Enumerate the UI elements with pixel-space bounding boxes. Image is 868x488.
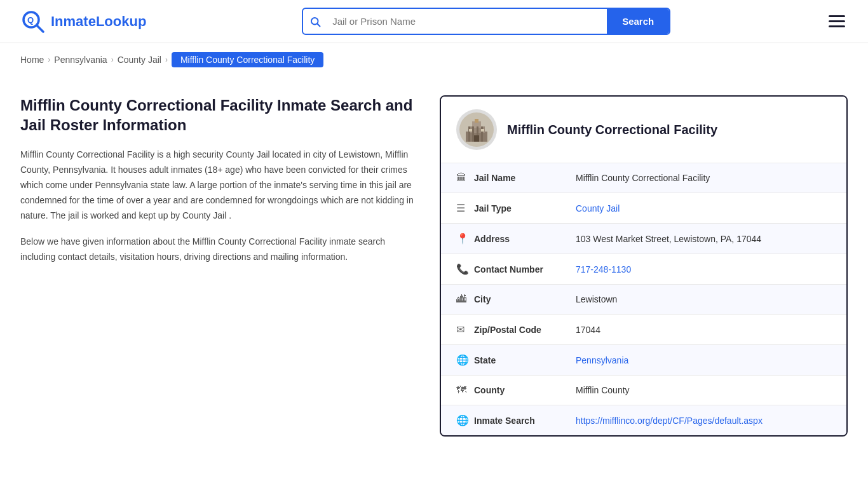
page-title: Mifflin County Correctional Facility Inm… <box>20 95 414 135</box>
row-icon: 🌐 <box>456 354 474 366</box>
search-icon <box>303 16 327 27</box>
breadcrumb-home[interactable]: Home <box>20 55 44 65</box>
row-label: State <box>474 355 576 365</box>
row-icon: 🗺 <box>456 384 474 396</box>
svg-line-1 <box>37 25 43 32</box>
breadcrumb-pennsylvania[interactable]: Pennsylvania <box>54 55 107 65</box>
info-rows: 🏛Jail NameMifflin County Correctional Fa… <box>441 163 846 435</box>
logo-link[interactable]: Q InmateLookup <box>20 9 146 34</box>
page-desc-2: Below we have given information about th… <box>20 234 414 265</box>
row-icon: 🏛 <box>456 172 474 184</box>
chevron-icon: › <box>111 55 114 64</box>
search-area: Search <box>302 8 670 35</box>
row-value: Lewistown <box>576 294 831 304</box>
row-label: City <box>474 294 576 304</box>
table-row: 🌐StatePennsylvania <box>441 345 846 376</box>
row-link[interactable]: https://mifflinco.org/dept/CF/Pages/defa… <box>576 416 763 426</box>
row-value[interactable]: Pennsylvania <box>576 355 831 365</box>
page-desc-1: Mifflin County Correctional Facility is … <box>20 147 414 223</box>
row-icon: 🏙 <box>456 294 474 305</box>
table-row: 🏛Jail NameMifflin County Correctional Fa… <box>441 163 846 193</box>
row-value: 17044 <box>576 325 831 335</box>
table-row: 📞Contact Number717-248-1130 <box>441 254 846 285</box>
row-link[interactable]: County Jail <box>576 203 620 214</box>
facility-card: Mifflin County Correctional Facility 🏛Ja… <box>440 95 848 437</box>
breadcrumb: Home › Pennsylvania › County Jail › Miff… <box>0 43 868 76</box>
svg-rect-11 <box>472 126 474 142</box>
chevron-icon: › <box>48 55 50 64</box>
svg-rect-15 <box>469 129 472 132</box>
row-label: Inmate Search <box>474 416 576 426</box>
facility-building-icon <box>459 112 494 147</box>
logo-icon: Q <box>20 9 46 34</box>
row-icon: ☰ <box>456 202 474 214</box>
row-icon: 📍 <box>456 233 474 245</box>
row-value[interactable]: 717-248-1130 <box>576 264 831 274</box>
site-header: Q InmateLookup Search <box>0 0 868 43</box>
row-icon: ✉ <box>456 323 474 336</box>
chevron-icon: › <box>165 55 168 64</box>
row-label: Address <box>474 234 576 244</box>
table-row: 🏙CityLewistown <box>441 285 846 315</box>
table-row: ☰Jail TypeCounty Jail <box>441 193 846 224</box>
svg-rect-16 <box>481 129 484 132</box>
breadcrumb-current: Mifflin County Correctional Facility <box>172 52 323 67</box>
table-row: 🌐Inmate Searchhttps://mifflinco.org/dept… <box>441 405 846 435</box>
logo-text: InmateLookup <box>51 13 146 30</box>
svg-point-3 <box>311 18 318 25</box>
row-link[interactable]: Pennsylvania <box>576 355 628 365</box>
row-label: Zip/Postal Code <box>474 325 576 335</box>
search-wrapper: Search <box>302 8 670 35</box>
facility-avatar <box>456 109 497 150</box>
svg-rect-10 <box>468 126 470 142</box>
svg-rect-13 <box>481 126 483 142</box>
svg-line-4 <box>318 24 320 26</box>
row-label: Jail Name <box>474 173 576 183</box>
row-icon: 🌐 <box>456 414 474 426</box>
row-label: County <box>474 385 576 395</box>
svg-rect-9 <box>475 119 478 123</box>
row-value: Mifflin County Correctional Facility <box>576 173 831 183</box>
table-row: 🗺CountyMifflin County <box>441 376 846 405</box>
row-icon: 📞 <box>456 263 474 275</box>
svg-text:Q: Q <box>27 15 34 25</box>
breadcrumb-county-jail[interactable]: County Jail <box>118 55 161 65</box>
row-value[interactable]: https://mifflinco.org/dept/CF/Pages/defa… <box>576 416 831 426</box>
right-column: Mifflin County Correctional Facility 🏛Ja… <box>440 95 848 437</box>
row-label: Contact Number <box>474 264 576 274</box>
row-value: Mifflin County <box>576 385 831 395</box>
svg-rect-14 <box>474 135 479 142</box>
table-row: ✉Zip/Postal Code17044 <box>441 315 846 345</box>
card-facility-name: Mifflin County Correctional Facility <box>507 123 717 137</box>
table-row: 📍Address103 West Market Street, Lewistow… <box>441 224 846 254</box>
search-button[interactable]: Search <box>607 9 669 34</box>
search-input[interactable] <box>327 10 607 33</box>
row-value[interactable]: County Jail <box>576 203 831 214</box>
row-label: Jail Type <box>474 203 576 214</box>
card-header: Mifflin County Correctional Facility <box>441 97 846 163</box>
row-value: 103 West Market Street, Lewistown, PA, 1… <box>576 234 831 244</box>
main-content: Mifflin County Correctional Facility Inm… <box>0 76 868 462</box>
row-link[interactable]: 717-248-1130 <box>576 264 631 274</box>
hamburger-menu[interactable] <box>826 13 848 30</box>
left-column: Mifflin County Correctional Facility Inm… <box>20 95 414 276</box>
